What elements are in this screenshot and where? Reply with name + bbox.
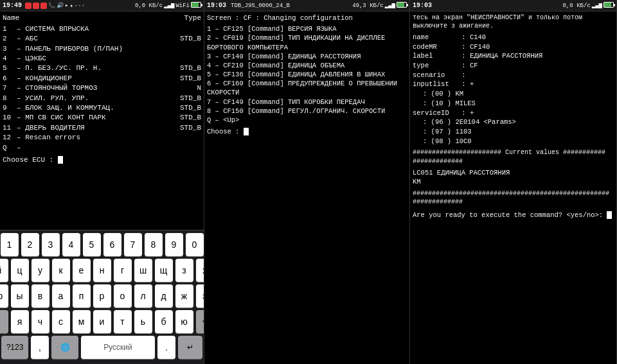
menu-item-text: – Rescan errors: [17, 133, 175, 143]
key-с[interactable]: с: [52, 310, 70, 333]
left-prompt: Choose ECU :: [3, 155, 201, 165]
key-м[interactable]: м: [73, 310, 91, 333]
key-е[interactable]: е: [73, 259, 91, 282]
key-з[interactable]: з: [175, 259, 193, 282]
key-ц[interactable]: ц: [11, 259, 29, 282]
right-final-prompt: Are you ready to execute the command? <y…: [413, 211, 614, 220]
key-ж[interactable]: ж: [175, 284, 193, 308]
key-space[interactable]: Русский: [81, 336, 155, 359]
menu-item-text: –: [17, 143, 175, 153]
right-hash1: ####################### Current values #…: [413, 148, 614, 157]
right-signal: ▂▄▆: [592, 2, 602, 9]
menu-item-text: – КОНДИЦИОНЕР: [17, 74, 175, 83]
key-и[interactable]: и: [93, 310, 111, 333]
keyboard-row-special: ?123,🌐Русский.↵: [1, 336, 202, 359]
middle-panel: 19:03 TDB_J95_0000_24_B 49,3 КБ/с ▂▄▆ Sc…: [204, 0, 410, 364]
key-ш[interactable]: ш: [134, 259, 152, 282]
key-г[interactable]: г: [114, 259, 132, 282]
menu-item-type: [175, 133, 201, 143]
screen-container: 19:49 📞 🔊 ▸ ▴ ··· 0,0 КБ/с ▂▄▆ WiFi: [0, 0, 617, 364]
middle-time: 19:03: [207, 2, 226, 9]
red-btn-1: [25, 3, 31, 9]
right-inputlist-row: inputlist : +: [413, 80, 614, 89]
key-э[interactable]: э: [196, 284, 205, 308]
key-п[interactable]: п: [73, 284, 91, 308]
key-р[interactable]: р: [93, 284, 111, 308]
key-4[interactable]: 4: [62, 233, 80, 256]
key-й[interactable]: й: [0, 259, 8, 282]
phone-icon: 📞: [48, 2, 55, 9]
key-а[interactable]: а: [52, 284, 70, 308]
menu-item-type: STD_B: [175, 94, 201, 103]
key-ю[interactable]: ю: [175, 310, 193, 333]
menu-item-type: [175, 24, 201, 34]
key-ы[interactable]: ы: [11, 284, 29, 308]
key-ф[interactable]: ф: [0, 284, 8, 308]
key-у[interactable]: у: [31, 259, 49, 282]
middle-header: Screen : CF : Changing configuration: [207, 13, 407, 22]
cf-item: 1 – CF125 [Command] ВЕРСИЯ ЯЗЫКА: [207, 24, 407, 33]
menu-item-text: – П. БЕЗ./УС. ПР. Н.: [17, 64, 175, 73]
right-scenario-row: scenario :: [413, 71, 614, 80]
menu-item-type: STD_B: [175, 103, 201, 113]
key-shift[interactable]: ⇧: [0, 310, 8, 333]
menu-item-type: [175, 44, 201, 54]
key-я[interactable]: я: [11, 310, 29, 333]
key-backspace[interactable]: ⌫: [196, 310, 205, 333]
cf-item: 5 – CF136 [Command] ЕДИНИЦА ДАВЛЕНИЯ В Ш…: [207, 70, 407, 79]
battery-icon-middle: [397, 2, 407, 8]
right-name-row: name : C140: [413, 33, 614, 42]
keyboard-row-3: ⇧ячсмитьбю⌫: [1, 310, 202, 333]
wifi-icon: ▴: [69, 2, 73, 9]
cf-item: 7 – CF149 [Command] ТИП КОРОБКИ ПЕРЕДАЧ: [207, 98, 407, 107]
key-2[interactable]: 2: [21, 233, 39, 256]
left-header-row: Name Type: [3, 13, 201, 23]
key-л[interactable]: л: [134, 284, 152, 308]
key-1[interactable]: 1: [1, 233, 19, 256]
key-0[interactable]: 0: [186, 233, 204, 256]
key-б[interactable]: б: [155, 310, 173, 333]
key-о[interactable]: о: [114, 284, 132, 308]
key-н[interactable]: н: [93, 259, 111, 282]
left-menu-item: 10– МП СВ СИС КОНТ ПАРКSTD_B: [3, 113, 201, 123]
left-menu-item: 11– ДВЕРЬ ВОДИТЕЛЯSTD_B: [3, 123, 201, 133]
middle-data-rate: 49,3 КБ/с: [352, 3, 384, 9]
key-т[interactable]: т: [114, 310, 132, 333]
menu-item-text: – ЦЭКБС: [17, 54, 175, 64]
key-8[interactable]: 8: [145, 233, 163, 256]
left-menu-item: 4– ЦЭКБС: [3, 54, 201, 64]
menu-item-type: [175, 143, 201, 153]
menu-item-num: 9: [3, 103, 17, 113]
right-hash-section: ####################### Current values #…: [413, 148, 614, 166]
key-3[interactable]: 3: [42, 233, 60, 256]
menu-item-type: STD_B: [175, 34, 201, 44]
menu-item-text: – УСИЛ. РУЛ. УПР.: [17, 94, 175, 103]
middle-status-bar: 19:03 TDB_J95_0000_24_B 49,3 КБ/с ▂▄▆: [204, 0, 409, 12]
key-5[interactable]: 5: [83, 233, 101, 256]
left-menu-item: 1– СИСТЕМА ВПРЫСКА: [3, 24, 201, 34]
left-col-type: Type: [184, 13, 201, 23]
key-х[interactable]: х: [196, 259, 205, 282]
menu-item-text: – АБС: [17, 34, 175, 44]
key-globe[interactable]: 🌐: [51, 336, 78, 359]
key-period[interactable]: .: [157, 336, 175, 359]
left-col-name: Name: [3, 13, 19, 23]
key-6[interactable]: 6: [103, 233, 121, 256]
key-в[interactable]: в: [31, 284, 49, 308]
key-comma[interactable]: ,: [31, 336, 49, 359]
left-panel: 19:49 📞 🔊 ▸ ▴ ··· 0,0 КБ/с ▂▄▆ WiFi: [0, 0, 204, 364]
left-status-right: 0,0 КБ/с ▂▄▆ WiFi: [135, 2, 201, 10]
menu-item-num: 10: [3, 113, 17, 123]
right-status-right: 0,0 КБ/с ▂▄▆: [563, 2, 614, 10]
key-ч[interactable]: ч: [31, 310, 49, 333]
signal-icon: 🔊: [57, 2, 64, 9]
key-7[interactable]: 7: [124, 233, 142, 256]
key-д[interactable]: д: [155, 284, 173, 308]
key-9[interactable]: 9: [165, 233, 183, 256]
left-cursor: [58, 156, 63, 164]
key-ь[interactable]: ь: [134, 310, 152, 333]
key-numbers[interactable]: ?123: [1, 336, 28, 359]
key-к[interactable]: к: [52, 259, 70, 282]
key-return[interactable]: ↵: [178, 336, 202, 359]
key-щ[interactable]: щ: [155, 259, 173, 282]
